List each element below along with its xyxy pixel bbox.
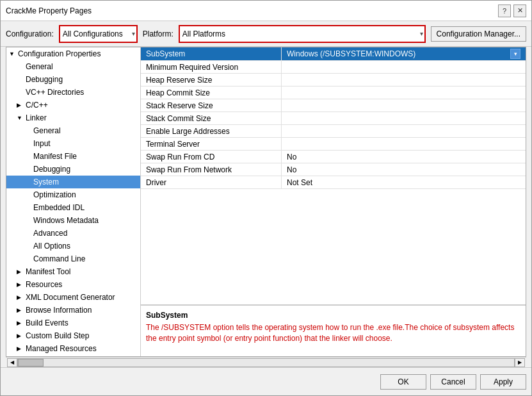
property-row-heap-reserve[interactable]: Heap Reserve Size [141, 74, 526, 87]
chevron-right-icon: ▶ [17, 320, 24, 326]
sidebar-item-linker[interactable]: ▼ Linker [6, 111, 140, 124]
property-row-driver[interactable]: Driver Not Set [141, 176, 526, 189]
config-select[interactable]: All Configurations [60, 26, 136, 42]
property-row-subsystem[interactable]: SubSystem Windows (/SUBSYSTEM:WINDOWS) ▾ [141, 47, 526, 61]
sidebar-item-label: XML Document Generator [26, 293, 115, 302]
property-row-swap-cd[interactable]: Swap Run From CD No [141, 151, 526, 163]
sidebar-item-label: Managed Resources [26, 344, 97, 353]
sidebar-item-label: System [33, 177, 59, 186]
property-value: No [282, 151, 526, 163]
sidebar-item-label: Manifest Tool [26, 267, 70, 276]
property-name: Heap Commit Size [141, 87, 282, 99]
sidebar-item-label: Debugging [26, 75, 63, 84]
sidebar-item-linker-debugging[interactable]: Debugging [6, 163, 140, 176]
sidebar-item-label: Advanced [33, 229, 67, 238]
sidebar-item-label: Configuration Properties [18, 49, 101, 58]
close-button[interactable]: ✕ [513, 4, 526, 17]
sidebar-item-label: Embedded IDL [33, 203, 85, 212]
property-value [282, 99, 526, 111]
sidebar-item-custom-build[interactable]: ▶ Custom Build Step [6, 329, 140, 342]
property-row-min-version[interactable]: Minimum Required Version [141, 61, 526, 74]
sidebar-item-label: Input [33, 139, 51, 148]
description-text: The /SUBSYSTEM option tells the operatin… [146, 322, 520, 344]
sidebar-item-manifest-tool[interactable]: ▶ Manifest Tool [6, 265, 140, 278]
sidebar-item-label: Linker [26, 113, 47, 122]
property-row-swap-network[interactable]: Swap Run From Network No [141, 163, 526, 176]
sidebar-item-managed-resources[interactable]: ▶ Managed Resources [6, 342, 140, 355]
chevron-down-icon: ▼ [17, 115, 24, 121]
sidebar-item-code-analysis[interactable]: ▶ Code Analysis [6, 355, 140, 356]
sidebar-item-label: All Options [33, 242, 70, 251]
properties-table: SubSystem Windows (/SUBSYSTEM:WINDOWS) ▾… [141, 47, 526, 305]
right-panel: SubSystem Windows (/SUBSYSTEM:WINDOWS) ▾… [141, 47, 526, 356]
sidebar-item-linker-command-line[interactable]: Command Line [6, 252, 140, 265]
property-row-stack-reserve[interactable]: Stack Reserve Size [141, 99, 526, 112]
sidebar-item-vc-dirs[interactable]: VC++ Directories [6, 86, 140, 99]
title-bar: CrackMe Property Pages ? ✕ [1, 1, 531, 21]
chevron-right-icon: ▶ [17, 268, 24, 275]
sidebar-item-build-events[interactable]: ▶ Build Events [6, 317, 140, 329]
property-value [282, 125, 526, 137]
sidebar-item-linker-all-options[interactable]: All Options [6, 240, 140, 252]
property-name: Stack Commit Size [141, 112, 282, 124]
scroll-thumb[interactable] [18, 359, 44, 367]
property-row-terminal-server[interactable]: Terminal Server [141, 138, 526, 151]
sidebar-item-linker-general[interactable]: General [6, 124, 140, 137]
sidebar-item-label: C/C++ [26, 101, 48, 110]
sidebar-item-label: Debugging [33, 165, 70, 174]
main-content: ▼ Configuration Properties General Debug… [6, 47, 526, 357]
platform-select-wrapper: All Platforms ▾ [179, 25, 426, 43]
property-name: Minimum Required Version [141, 61, 282, 73]
scroll-left-button[interactable]: ◀ [7, 358, 17, 367]
sidebar-item-linker-embedded-idl[interactable]: Embedded IDL [6, 201, 140, 214]
ok-button[interactable]: OK [380, 374, 426, 390]
config-label: Configuration: [6, 29, 54, 38]
platform-label: Platform: [143, 29, 173, 38]
property-row-heap-commit[interactable]: Heap Commit Size [141, 87, 526, 99]
sidebar-item-label: Windows Metadata [33, 216, 99, 225]
chevron-right-icon: ▶ [17, 294, 24, 301]
sidebar-item-cpp[interactable]: ▶ C/C++ [6, 99, 140, 111]
sidebar-item-linker-input[interactable]: Input [6, 137, 140, 150]
property-value [282, 87, 526, 99]
sidebar-item-general[interactable]: General [6, 60, 140, 73]
property-value [282, 74, 526, 86]
property-name: Terminal Server [141, 138, 282, 150]
property-name: SubSystem [141, 47, 282, 60]
property-row-large-addresses[interactable]: Enable Large Addresses [141, 125, 526, 138]
sidebar-item-linker-system[interactable]: System [6, 176, 140, 188]
property-name: Enable Large Addresses [141, 125, 282, 137]
sidebar-item-resources[interactable]: ▶ Resources [6, 278, 140, 291]
sidebar-item-label: Custom Build Step [26, 331, 89, 340]
property-row-stack-commit[interactable]: Stack Commit Size [141, 112, 526, 125]
chevron-right-icon: ▶ [17, 307, 24, 313]
help-button[interactable]: ? [498, 4, 511, 17]
description-title: SubSystem [146, 311, 520, 320]
description-panel: SubSystem The /SUBSYSTEM option tells th… [141, 305, 526, 356]
property-dropdown-button[interactable]: ▾ [510, 49, 520, 59]
sidebar-item-config-props[interactable]: ▼ Configuration Properties [6, 47, 140, 60]
property-value [282, 61, 526, 73]
sidebar-item-label: General [26, 62, 53, 71]
scroll-right-button[interactable]: ▶ [515, 358, 525, 367]
property-value [282, 138, 526, 150]
cancel-button[interactable]: Cancel [430, 374, 476, 390]
sidebar-item-linker-manifest[interactable]: Manifest File [6, 150, 140, 163]
platform-select[interactable]: All Platforms [180, 26, 424, 42]
property-name: Driver [141, 176, 282, 188]
dialog-title: CrackMe Property Pages [6, 6, 92, 15]
sidebar-item-linker-windows-metadata[interactable]: Windows Metadata [6, 214, 140, 227]
config-manager-button[interactable]: Configuration Manager... [431, 26, 526, 42]
sidebar-item-xml-doc-gen[interactable]: ▶ XML Document Generator [6, 291, 140, 304]
arrow-icon: ▼ [9, 51, 17, 57]
sidebar-item-linker-optimization[interactable]: Optimization [6, 188, 140, 201]
sidebar-item-label: Build Events [26, 318, 69, 327]
sidebar-item-label: Browse Information [26, 306, 92, 315]
sidebar-item-linker-advanced[interactable]: Advanced [6, 227, 140, 240]
sidebar-item-browse-info[interactable]: ▶ Browse Information [6, 304, 140, 317]
horizontal-scrollbar: ◀ ▶ [6, 357, 526, 367]
apply-button[interactable]: Apply [480, 374, 526, 390]
sidebar-item-label: Command Line [33, 254, 85, 263]
scroll-track[interactable] [17, 358, 515, 367]
sidebar-item-debugging[interactable]: Debugging [6, 73, 140, 86]
